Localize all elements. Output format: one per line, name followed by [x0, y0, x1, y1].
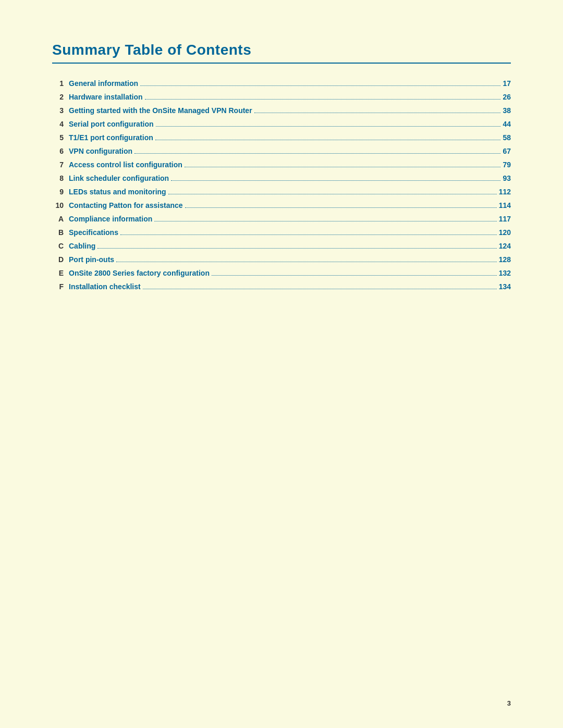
- toc-dots: [254, 113, 501, 113]
- toc-dots: [155, 140, 501, 140]
- toc-page-number: 117: [499, 215, 511, 223]
- toc-dots: [140, 85, 500, 86]
- toc-entry-link[interactable]: T1/E1 port configuration: [69, 133, 153, 142]
- toc-dots: [145, 99, 501, 100]
- toc-page-number: 38: [503, 106, 511, 115]
- toc-number: 5: [52, 133, 69, 142]
- toc-dots: [143, 289, 497, 289]
- toc-number: 4: [52, 120, 69, 128]
- toc-entry-link[interactable]: OnSite 2800 Series factory configuration: [69, 269, 210, 277]
- toc-dots: [120, 235, 497, 235]
- toc-dots: [185, 167, 501, 167]
- toc-page-number: 134: [499, 282, 511, 291]
- toc-entry-link[interactable]: Compliance information: [69, 215, 152, 223]
- toc-row: EOnSite 2800 Series factory configuratio…: [52, 269, 511, 277]
- toc-number: E: [52, 269, 69, 277]
- toc-entry-link[interactable]: Serial port configuration: [69, 120, 154, 128]
- toc-page-number: 58: [503, 133, 511, 142]
- title-divider: [52, 63, 511, 64]
- page-title: Summary Table of Contents: [52, 42, 511, 58]
- toc-row: 8Link scheduler configuration93: [52, 174, 511, 182]
- toc-row: 7Access control list configuration79: [52, 161, 511, 169]
- toc-number: C: [52, 242, 69, 250]
- toc-page-number: 17: [503, 79, 511, 88]
- toc-page-number: 128: [499, 255, 511, 264]
- toc-page-number: 124: [499, 242, 511, 250]
- toc-number: 3: [52, 106, 69, 115]
- toc-page-number: 114: [499, 201, 511, 209]
- toc-row: 2Hardware installation26: [52, 93, 511, 101]
- toc-dots: [97, 248, 496, 249]
- toc-entry-link[interactable]: VPN configuration: [69, 147, 132, 155]
- toc-dots: [212, 275, 497, 276]
- toc-entry-link[interactable]: Contacting Patton for assistance: [69, 201, 183, 209]
- toc-entry-link[interactable]: Hardware installation: [69, 93, 143, 101]
- toc-entry-link[interactable]: Access control list configuration: [69, 161, 182, 169]
- toc-entry-link[interactable]: General information: [69, 79, 138, 88]
- toc-number: A: [52, 215, 69, 223]
- toc-row: ACompliance information117: [52, 215, 511, 223]
- toc-page-number: 26: [503, 93, 511, 101]
- toc-page-number: 120: [499, 228, 511, 237]
- toc-row: 6VPN configuration67: [52, 147, 511, 155]
- toc-row: 1General information17: [52, 79, 511, 88]
- toc-entry-link[interactable]: Port pin-outs: [69, 255, 114, 264]
- toc-entry-link[interactable]: Link scheduler configuration: [69, 174, 169, 182]
- toc-number: 2: [52, 93, 69, 101]
- toc-row: 4Serial port configuration44: [52, 120, 511, 128]
- toc-list: 1General information172Hardware installa…: [52, 79, 511, 291]
- toc-dots: [134, 153, 500, 154]
- toc-page-number: 132: [499, 269, 511, 277]
- toc-number: 10: [52, 201, 69, 209]
- toc-dots: [154, 221, 496, 221]
- toc-number: 6: [52, 147, 69, 155]
- toc-dots: [116, 262, 497, 262]
- toc-dots: [168, 194, 497, 194]
- toc-number: 9: [52, 188, 69, 196]
- toc-row: 5T1/E1 port configuration58: [52, 133, 511, 142]
- toc-row: BSpecifications120: [52, 228, 511, 237]
- toc-entry-link[interactable]: Getting started with the OnSite Managed …: [69, 106, 252, 115]
- page-number: 3: [507, 699, 511, 707]
- toc-number: 1: [52, 79, 69, 88]
- toc-dots: [171, 180, 500, 181]
- toc-number: 8: [52, 174, 69, 182]
- toc-page-number: 93: [503, 174, 511, 182]
- toc-number: D: [52, 255, 69, 264]
- toc-row: 3Getting started with the OnSite Managed…: [52, 106, 511, 115]
- toc-row: DPort pin-outs128: [52, 255, 511, 264]
- toc-row: 9LEDs status and monitoring112: [52, 188, 511, 196]
- toc-number: B: [52, 228, 69, 237]
- toc-entry-link[interactable]: Specifications: [69, 228, 118, 237]
- toc-dots: [156, 126, 501, 127]
- toc-entry-link[interactable]: Installation checklist: [69, 282, 141, 291]
- toc-page-number: 44: [503, 120, 511, 128]
- toc-page-number: 79: [503, 161, 511, 169]
- toc-row: FInstallation checklist134: [52, 282, 511, 291]
- toc-page-number: 112: [499, 188, 511, 196]
- toc-row: CCabling124: [52, 242, 511, 250]
- toc-page-number: 67: [503, 147, 511, 155]
- toc-dots: [185, 207, 497, 208]
- toc-entry-link[interactable]: Cabling: [69, 242, 95, 250]
- toc-entry-link[interactable]: LEDs status and monitoring: [69, 188, 166, 196]
- toc-number: F: [52, 282, 69, 291]
- toc-number: 7: [52, 161, 69, 169]
- toc-row: 10Contacting Patton for assistance114: [52, 201, 511, 209]
